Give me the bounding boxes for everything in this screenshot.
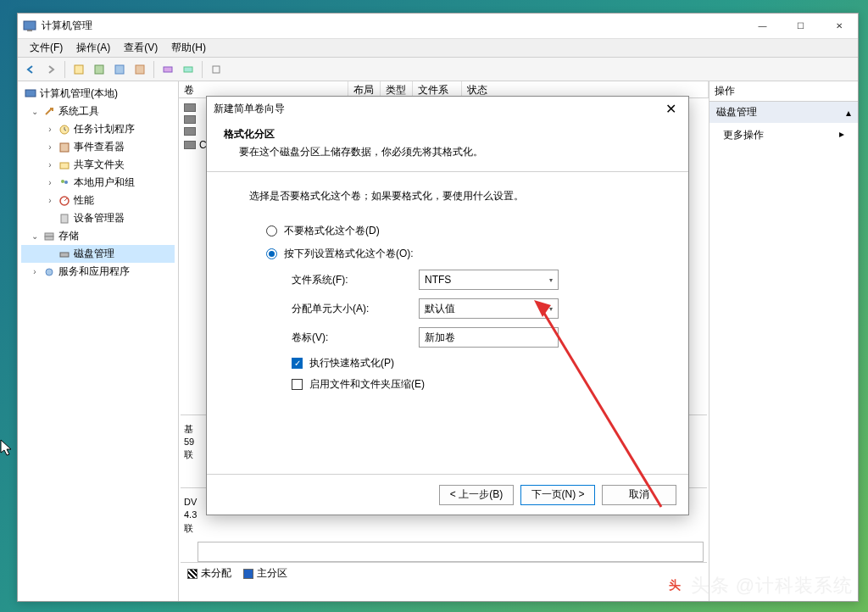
radio-label: 按下列设置格式化这个卷(O):: [284, 247, 414, 261]
new-volume-wizard: 新建简单卷向导 ✕ 格式化分区 要在这个磁盘分区上储存数据，你必须先将其格式化。…: [206, 96, 689, 515]
cancel-button[interactable]: 取消: [602, 485, 676, 505]
disk-icon: [58, 248, 71, 261]
actions-panel: 操作 磁盘管理▴ 更多操作▸: [709, 81, 858, 601]
maximize-button[interactable]: ☐: [782, 14, 820, 38]
event-icon: [58, 141, 71, 154]
app-icon: [23, 19, 36, 33]
tool-button-2[interactable]: [207, 60, 225, 79]
toolbar-separator: [153, 61, 154, 78]
close-button[interactable]: ✕: [820, 14, 858, 38]
input-value: 新加卷: [425, 331, 455, 345]
watermark: 头 头条 @计科装系统: [665, 573, 853, 598]
forward-button[interactable]: [42, 60, 60, 79]
tree-device-manager[interactable]: 设备管理器: [21, 209, 175, 227]
tree-shared-folders[interactable]: › 共享文件夹: [21, 156, 175, 174]
minimize-button[interactable]: —: [743, 14, 782, 38]
menu-action[interactable]: 操作(A): [70, 39, 117, 57]
tree-disk-management[interactable]: 磁盘管理: [21, 245, 175, 263]
users-icon: [58, 176, 71, 190]
next-button[interactable]: 下一页(N) >: [520, 485, 595, 505]
tree-services-apps[interactable]: › 服务和应用程序: [21, 263, 175, 281]
action-group-disk[interactable]: 磁盘管理▴: [709, 102, 858, 123]
back-button[interactable]: < 上一步(B): [439, 485, 514, 505]
svg-rect-3: [95, 65, 103, 74]
svg-rect-1: [27, 30, 32, 31]
properties-button[interactable]: [110, 60, 129, 79]
volume-label-input[interactable]: 新加卷: [419, 327, 559, 348]
volume-icon: [184, 127, 196, 136]
help-button[interactable]: [159, 60, 177, 79]
svg-rect-4: [115, 65, 124, 74]
tree-task-scheduler[interactable]: › 任务计划程序: [21, 120, 175, 138]
refresh-button[interactable]: [131, 60, 149, 79]
checkbox-label: 执行快速格式化(P): [309, 356, 394, 370]
svg-point-14: [64, 181, 68, 184]
menu-view[interactable]: 查看(V): [117, 39, 164, 57]
chevron-down-icon: ▾: [549, 305, 553, 313]
up-button[interactable]: [70, 60, 88, 79]
tree-event-viewer[interactable]: › 事件查看器: [21, 138, 175, 156]
volume-icon: [184, 103, 196, 112]
row-allocation: 分配单元大小(A): 默认值 ▾: [292, 298, 663, 319]
tree-root[interactable]: 计算机管理(本地): [21, 85, 175, 103]
tool-button[interactable]: [179, 60, 198, 79]
expand-icon[interactable]: ›: [45, 125, 55, 134]
legend-primary: 主分区: [243, 566, 287, 581]
tree-performance[interactable]: › 性能: [21, 192, 175, 209]
tree-panel: 计算机管理(本地) ⌄ 系统工具 › 任务计划程序 › 事件查看器 › 共享文件…: [18, 81, 179, 601]
allocation-combo[interactable]: 默认值 ▾: [419, 298, 559, 319]
wizard-close-button[interactable]: ✕: [660, 101, 682, 117]
back-button[interactable]: [21, 60, 40, 79]
expand-icon[interactable]: ›: [45, 160, 55, 170]
wizard-footer: < 上一步(B) 下一页(N) > 取消: [207, 474, 688, 515]
expand-icon[interactable]: ›: [45, 142, 55, 152]
arrow-right-icon: ▸: [839, 128, 844, 142]
menubar: 文件(F) 操作(A) 查看(V) 帮助(H): [18, 39, 858, 58]
svg-rect-5: [136, 65, 144, 74]
tree-label: 事件查看器: [74, 140, 125, 154]
filesystem-combo[interactable]: NTFS ▾: [419, 270, 559, 290]
svg-rect-12: [60, 163, 69, 169]
expand-icon[interactable]: ›: [45, 178, 55, 187]
expand-icon[interactable]: ›: [45, 196, 55, 205]
svg-point-13: [61, 180, 64, 183]
show-hide-button[interactable]: [90, 60, 108, 79]
wizard-header: 格式化分区 要在这个磁盘分区上储存数据，你必须先将其格式化。: [207, 120, 688, 172]
wizard-title: 新建简单卷向导: [214, 102, 660, 116]
menu-file[interactable]: 文件(F): [23, 39, 70, 57]
tree-system-tools[interactable]: ⌄ 系统工具: [21, 103, 175, 120]
checkbox-icon: ✓: [292, 358, 303, 369]
tree-storage[interactable]: ⌄ 存储: [21, 227, 175, 245]
radio-format[interactable]: 按下列设置格式化这个卷(O):: [266, 247, 663, 261]
collapse-icon[interactable]: ⌄: [30, 107, 40, 116]
label-filesystem: 文件系统(F):: [292, 273, 410, 287]
radio-no-format[interactable]: 不要格式化这个卷(D): [266, 224, 663, 238]
toolbar-separator: [202, 61, 203, 78]
check-compression[interactable]: 启用文件和文件夹压缩(E): [292, 377, 663, 392]
menu-help[interactable]: 帮助(H): [164, 39, 213, 57]
titlebar: 计算机管理 — ☐ ✕: [18, 14, 858, 39]
collapse-icon[interactable]: ⌄: [30, 231, 40, 241]
clock-icon: [58, 123, 71, 136]
wizard-subheading: 要在这个磁盘分区上储存数据，你必须先将其格式化。: [224, 145, 671, 159]
svg-rect-0: [24, 21, 36, 30]
combo-value: 默认值: [425, 302, 455, 316]
checkbox-label: 启用文件和文件夹压缩(E): [309, 377, 425, 392]
wizard-body: 选择是否要格式化这个卷；如果要格式化，要使用什么设置。 不要格式化这个卷(D) …: [207, 172, 688, 415]
tree-label: 共享文件夹: [74, 158, 125, 172]
action-more[interactable]: 更多操作▸: [709, 123, 858, 147]
label-allocation: 分配单元大小(A):: [292, 302, 410, 316]
performance-icon: [58, 194, 71, 208]
services-icon: [42, 265, 56, 279]
window-title: 计算机管理: [42, 19, 743, 33]
check-quick-format[interactable]: ✓ 执行快速格式化(P): [292, 356, 663, 370]
svg-rect-16: [61, 214, 68, 223]
collapse-icon: ▴: [846, 107, 851, 119]
expand-icon[interactable]: ›: [30, 267, 40, 276]
toolbar: [18, 58, 858, 81]
checkbox-icon: [292, 379, 303, 390]
storage-icon: [42, 230, 56, 243]
tree-local-users[interactable]: › 本地用户和组: [21, 174, 175, 192]
legend: 未分配 主分区: [181, 562, 707, 584]
tree-label: 设备管理器: [74, 211, 125, 225]
